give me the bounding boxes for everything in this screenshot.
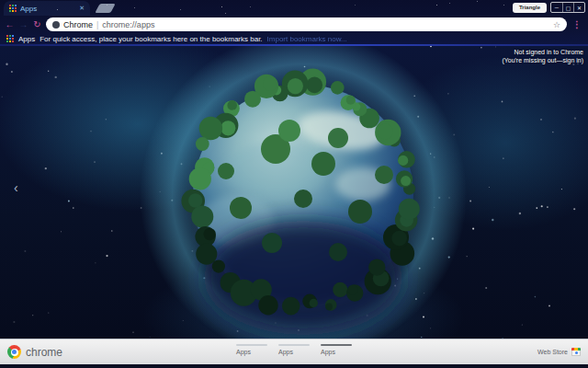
back-icon[interactable]: ←: [5, 20, 15, 29]
bookmark-star-icon[interactable]: ☆: [553, 20, 560, 29]
pagination-item[interactable]: Apps: [321, 344, 352, 355]
pagination-label: Apps: [321, 349, 352, 355]
signin-notice: Not signed in to Chrome (You're missing …: [502, 48, 583, 64]
pagination-line: [321, 344, 352, 346]
pagination-item[interactable]: Apps: [236, 344, 267, 355]
pagination-label: Apps: [278, 349, 310, 355]
chrome-logo-icon: [7, 345, 21, 359]
tab-apps[interactable]: Apps ✕: [4, 1, 90, 16]
previous-page-chevron-icon[interactable]: ‹: [14, 181, 18, 194]
web-store-link[interactable]: Web Store: [537, 348, 581, 356]
web-store-icon: [571, 348, 581, 356]
tab-close-icon[interactable]: ✕: [79, 5, 85, 12]
signin-link[interactable]: (You're missing out—sign in): [502, 56, 583, 64]
titlebar-controls: Triangle ─ ▢ ✕: [513, 2, 585, 13]
chrome-wordmark: chrome: [26, 346, 62, 359]
page-info-icon[interactable]: [52, 21, 60, 29]
bookmarks-hint-text: For quick access, place your bookmarks h…: [40, 35, 262, 43]
new-tab-page: Not signed in to Chrome (You're missing …: [0, 46, 588, 339]
planet-wallpaper: [0, 46, 588, 339]
maximize-button[interactable]: ▢: [562, 3, 573, 12]
apps-grid-icon: [6, 35, 14, 42]
pagination-label: Apps: [236, 349, 267, 355]
web-store-label: Web Store: [537, 349, 568, 355]
minimize-button[interactable]: ─: [551, 3, 562, 12]
browser-chrome-frame: Apps ✕ Triangle ─ ▢ ✕ ← → ↻ Chrome | ch: [0, 0, 588, 46]
chrome-brand: chrome: [7, 345, 62, 359]
pagination-line: [278, 344, 310, 346]
bookmarks-bar: Apps For quick access, place your bookma…: [0, 33, 588, 44]
forward-icon[interactable]: →: [18, 20, 28, 29]
apps-pagination: Apps Apps Apps: [236, 344, 352, 355]
omnibox-site-name: Chrome: [63, 20, 93, 29]
close-button[interactable]: ✕: [573, 3, 584, 12]
pagination-item[interactable]: Apps: [278, 344, 310, 355]
import-bookmarks-link[interactable]: Import bookmarks now...: [267, 35, 347, 43]
browser-menu-icon[interactable]: ⋮: [571, 19, 583, 29]
app-launcher-bar: chrome Apps Apps Apps Web Store: [0, 339, 588, 364]
omnibox-url[interactable]: chrome://apps: [102, 20, 154, 29]
toolbar: ← → ↻ Chrome | chrome://apps ☆ ⋮: [0, 16, 588, 33]
tab-label: Apps: [20, 5, 37, 13]
browser-window: Apps ✕ Triangle ─ ▢ ✕ ← → ↻ Chrome | ch: [0, 0, 588, 368]
signin-line1: Not signed in to Chrome: [502, 48, 583, 56]
pagination-line: [236, 344, 267, 346]
bottom-edge: [0, 364, 588, 368]
address-bar[interactable]: Chrome | chrome://apps ☆: [46, 17, 567, 31]
window-controls: ─ ▢ ✕: [550, 2, 585, 13]
profile-button[interactable]: Triangle: [513, 3, 547, 13]
tab-strip: Apps ✕ Triangle ─ ▢ ✕: [0, 0, 588, 16]
apps-grid-favicon-icon: [9, 5, 17, 12]
bookmarks-apps-shortcut[interactable]: Apps: [18, 35, 35, 43]
reload-icon[interactable]: ↻: [32, 20, 42, 29]
omnibox-separator: |: [96, 20, 98, 29]
new-tab-button[interactable]: [95, 4, 115, 13]
